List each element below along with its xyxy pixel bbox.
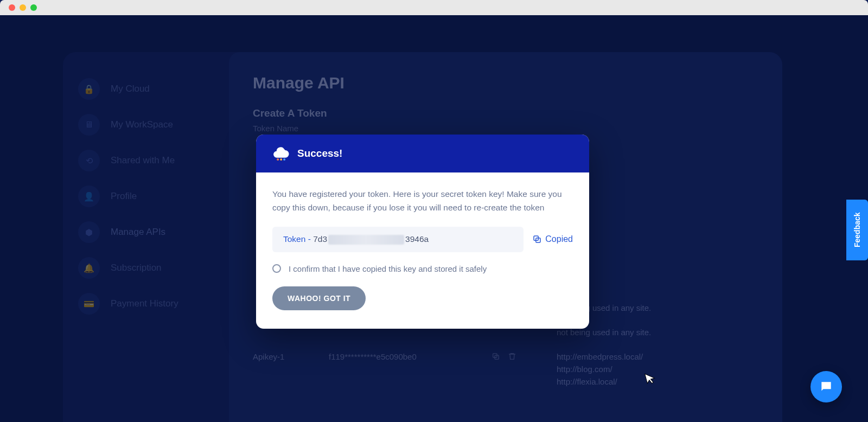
got-it-button[interactable]: WAHOO! GOT IT xyxy=(272,286,366,310)
success-dialog: Success! You have registered your token.… xyxy=(256,135,589,329)
dialog-header: Success! xyxy=(256,135,589,172)
token-display: Token - 7d33946a xyxy=(272,227,524,252)
chat-icon xyxy=(819,380,833,394)
chat-button[interactable] xyxy=(810,371,842,402)
token-part-suffix: 3946a xyxy=(405,234,429,244)
app-viewport: 🔒 My Cloud 🖥 My WorkSpace ⟲ Shared with … xyxy=(0,15,868,422)
dialog-message: You have registered your token. Here is … xyxy=(272,188,573,215)
feedback-tab[interactable]: Feedback xyxy=(846,200,868,260)
confirm-row[interactable]: I confirm that I have copied this key an… xyxy=(272,264,573,273)
token-redacted xyxy=(328,235,404,245)
confirm-label: I confirm that I have copied this key an… xyxy=(289,264,487,273)
token-display-row: Token - 7d33946a Copied xyxy=(272,227,573,252)
dialog-body: You have registered your token. Here is … xyxy=(256,172,589,329)
svg-point-3 xyxy=(280,158,282,161)
dialog-title: Success! xyxy=(297,148,342,159)
confirm-radio[interactable] xyxy=(272,264,281,273)
minimize-window-icon[interactable] xyxy=(20,4,26,11)
token-field-label: Token - xyxy=(283,234,311,244)
copied-button[interactable]: Copied xyxy=(532,234,573,244)
close-window-icon[interactable] xyxy=(9,4,15,11)
token-part-prefix: 7d3 xyxy=(313,234,327,244)
cloud-logo-icon xyxy=(272,144,291,163)
copied-label: Copied xyxy=(545,234,573,244)
copy-icon xyxy=(532,234,542,244)
svg-point-4 xyxy=(283,158,285,161)
maximize-window-icon[interactable] xyxy=(30,4,37,11)
svg-point-2 xyxy=(277,158,279,161)
window-titlebar xyxy=(0,0,868,15)
